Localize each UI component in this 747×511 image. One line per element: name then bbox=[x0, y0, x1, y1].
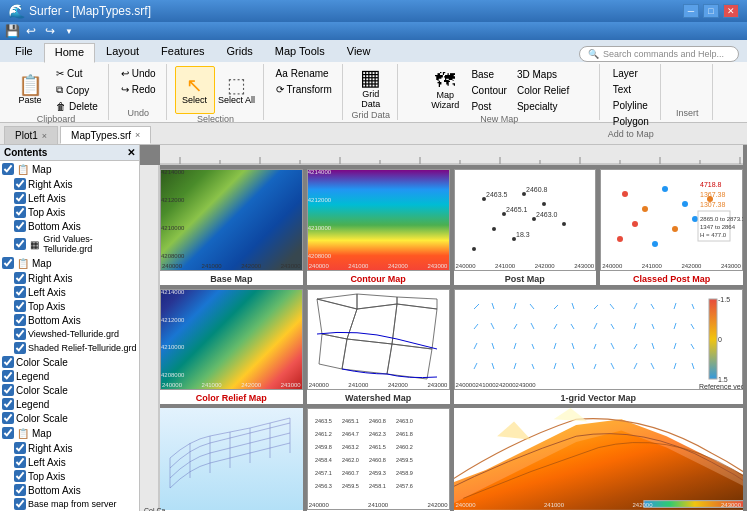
map-cell-wireframe[interactable]: 3D Wireframe bbox=[160, 408, 303, 511]
sidebar-item-shaded-relief[interactable]: Shaded Relief-Telluride.grd bbox=[0, 341, 139, 355]
sidebar-checkbox-bottom1[interactable] bbox=[14, 220, 26, 232]
sidebar-checkbox-top2[interactable] bbox=[14, 300, 26, 312]
sidebar-item-bottom-axis3[interactable]: Bottom Axis bbox=[0, 483, 139, 497]
3d-map-button[interactable]: 3D Maps bbox=[513, 67, 573, 82]
search-bar[interactable]: 🔍 Search commands and Help... bbox=[579, 46, 739, 62]
sidebar-item-map2[interactable]: 📋 Map bbox=[0, 255, 139, 271]
sidebar-checkbox-left1[interactable] bbox=[14, 192, 26, 204]
text-button[interactable]: Text bbox=[609, 82, 653, 97]
sidebar-checkbox-bottom3[interactable] bbox=[14, 484, 26, 496]
sidebar-checkbox-viewshed[interactable] bbox=[14, 328, 26, 340]
layer-button[interactable]: Layer bbox=[609, 66, 653, 81]
cut-button[interactable]: ✂ Cut bbox=[52, 66, 102, 81]
sidebar-checkbox-map3[interactable] bbox=[2, 427, 14, 439]
sidebar-item-top-axis1[interactable]: Top Axis bbox=[0, 205, 139, 219]
close-button[interactable]: ✕ bbox=[723, 4, 739, 18]
qat-redo[interactable]: ↪ bbox=[42, 23, 58, 39]
tab-grids[interactable]: Grids bbox=[216, 42, 264, 62]
rename-button[interactable]: Aa Rename bbox=[272, 66, 336, 81]
post-button[interactable]: Post bbox=[467, 99, 511, 114]
minimize-button[interactable]: ─ bbox=[683, 4, 699, 18]
sidebar-item-color-scale3[interactable]: Color Scale bbox=[0, 411, 139, 425]
sidebar-checkbox-leg1[interactable] bbox=[2, 370, 14, 382]
sidebar-item-bottom-axis1[interactable]: Bottom Axis bbox=[0, 219, 139, 233]
map-cell-surface[interactable]: 240000241000242000243000 3D Surface bbox=[454, 408, 744, 511]
sidebar-checkbox-gv[interactable] bbox=[14, 238, 26, 250]
sidebar-item-legend2[interactable]: Legend bbox=[0, 397, 139, 411]
tab-plot1[interactable]: Plot1 × bbox=[4, 126, 58, 144]
sidebar-checkbox-top3[interactable] bbox=[14, 470, 26, 482]
sidebar-item-legend1[interactable]: Legend bbox=[0, 369, 139, 383]
sidebar-item-color-scale2[interactable]: Color Scale bbox=[0, 383, 139, 397]
copy-button[interactable]: ⧉ Copy bbox=[52, 82, 102, 98]
sidebar-item-grid-values[interactable]: ▦ Grid Values-Telluride.grd bbox=[0, 233, 139, 255]
color-relief-button[interactable]: Color Relief bbox=[513, 83, 573, 98]
sidebar-checkbox-cs2[interactable] bbox=[2, 384, 14, 396]
tab-home[interactable]: Home bbox=[44, 43, 95, 63]
sidebar-checkbox-map1[interactable] bbox=[2, 163, 14, 175]
sidebar-item-left-axis1[interactable]: Left Axis bbox=[0, 191, 139, 205]
sidebar-checkbox-right3[interactable] bbox=[14, 442, 26, 454]
paste-button[interactable]: 📋 Paste bbox=[10, 66, 50, 114]
sidebar-checkbox-right2[interactable] bbox=[14, 272, 26, 284]
qat-dropdown[interactable]: ▼ bbox=[61, 23, 77, 39]
sidebar-item-base-map-server[interactable]: Base map from server bbox=[0, 497, 139, 511]
map-cell-vector[interactable]: -1.5 0 1.5 Reference vectors 24000024100… bbox=[454, 289, 744, 405]
sidebar-checkbox-sr[interactable] bbox=[14, 342, 26, 354]
tab-plot1-close[interactable]: × bbox=[42, 131, 47, 141]
redo-button[interactable]: ↪ Redo bbox=[117, 82, 160, 97]
sidebar-checkbox-cs1[interactable] bbox=[2, 356, 14, 368]
undo-button[interactable]: ↩ Undo bbox=[117, 66, 160, 81]
sidebar-item-top-axis3[interactable]: Top Axis bbox=[0, 469, 139, 483]
sidebar-close-icon[interactable]: ✕ bbox=[127, 147, 135, 158]
map-cell-contour[interactable]: 240000241000242000243000 421400042120004… bbox=[307, 169, 450, 285]
tab-maptypes-close[interactable]: × bbox=[135, 130, 140, 140]
map-cell-watershed[interactable]: 240000241000242000243000 Watershed Map bbox=[307, 289, 450, 405]
tab-maptypes[interactable]: MapTypes.srf × bbox=[60, 126, 151, 144]
map-cell-base[interactable]: 240000241000242000243000 421400042120004… bbox=[160, 169, 303, 285]
sidebar-item-map3[interactable]: 📋 Map bbox=[0, 425, 139, 441]
select-button[interactable]: ↖ Select bbox=[175, 66, 215, 114]
sidebar-checkbox-right1[interactable] bbox=[14, 178, 26, 190]
sidebar-checkbox-bottom2[interactable] bbox=[14, 314, 26, 326]
map-cell-grid-values[interactable]: 2463.5 2465.1 2460.8 2463.0 2461.2 2464.… bbox=[307, 408, 450, 511]
map-cell-color-relief[interactable]: 240000241000242000243000 421400042120004… bbox=[160, 289, 303, 405]
polygon-button[interactable]: Polygon bbox=[609, 114, 653, 129]
sidebar-item-left-axis2[interactable]: Left Axis bbox=[0, 285, 139, 299]
sidebar-checkbox-left3[interactable] bbox=[14, 456, 26, 468]
tab-map-tools[interactable]: Map Tools bbox=[264, 42, 336, 62]
polyline-button[interactable]: Polyline bbox=[609, 98, 653, 113]
map-wizard-button[interactable]: 🗺 Map Wizard bbox=[425, 66, 465, 114]
sidebar-item-right-axis1[interactable]: Right Axis bbox=[0, 177, 139, 191]
sidebar-item-right-axis3[interactable]: Right Axis bbox=[0, 441, 139, 455]
sidebar-item-viewshed[interactable]: Viewshed-Telluride.grd bbox=[0, 327, 139, 341]
sidebar-item-top-axis2[interactable]: Top Axis bbox=[0, 299, 139, 313]
sidebar-item-left-axis3[interactable]: Left Axis bbox=[0, 455, 139, 469]
map-cell-post[interactable]: 2463.5 2465.1 2460.8 2463.0 18.3 2400002… bbox=[454, 169, 597, 285]
transform-button[interactable]: ⟳ Transform bbox=[272, 82, 336, 97]
sidebar-item-bottom-axis2[interactable]: Bottom Axis bbox=[0, 313, 139, 327]
sidebar-checkbox-bms[interactable] bbox=[14, 498, 26, 510]
qat-undo[interactable]: ↩ bbox=[23, 23, 39, 39]
grid-data-button[interactable]: ▦ Grid Data bbox=[351, 66, 391, 110]
tab-features[interactable]: Features bbox=[150, 42, 215, 62]
sidebar-checkbox-top1[interactable] bbox=[14, 206, 26, 218]
tab-view[interactable]: View bbox=[336, 42, 382, 62]
delete-button[interactable]: 🗑 Delete bbox=[52, 99, 102, 114]
select-all-button[interactable]: ⬚ Select All bbox=[217, 66, 257, 114]
sidebar-item-right-axis2[interactable]: Right Axis bbox=[0, 271, 139, 285]
sidebar-checkbox-left2[interactable] bbox=[14, 286, 26, 298]
tab-layout[interactable]: Layout bbox=[95, 42, 150, 62]
tab-file[interactable]: File bbox=[4, 42, 44, 62]
base-button[interactable]: Base bbox=[467, 67, 511, 82]
contour-button[interactable]: Contour bbox=[467, 83, 511, 98]
sidebar-checkbox-cs3[interactable] bbox=[2, 412, 14, 424]
specialty-button[interactable]: Specialty bbox=[513, 99, 573, 114]
sidebar-item-map1[interactable]: 📋 Map bbox=[0, 161, 139, 177]
map-cell-classed-post[interactable]: 4718.8 1367.38 1307.38 2865.0 to 2873.3 … bbox=[600, 169, 743, 285]
qat-save[interactable]: 💾 bbox=[4, 23, 20, 39]
maximize-button[interactable]: □ bbox=[703, 4, 719, 18]
sidebar-item-color-scale1[interactable]: Color Scale bbox=[0, 355, 139, 369]
sidebar-checkbox-map2[interactable] bbox=[2, 257, 14, 269]
sidebar-checkbox-leg2[interactable] bbox=[2, 398, 14, 410]
